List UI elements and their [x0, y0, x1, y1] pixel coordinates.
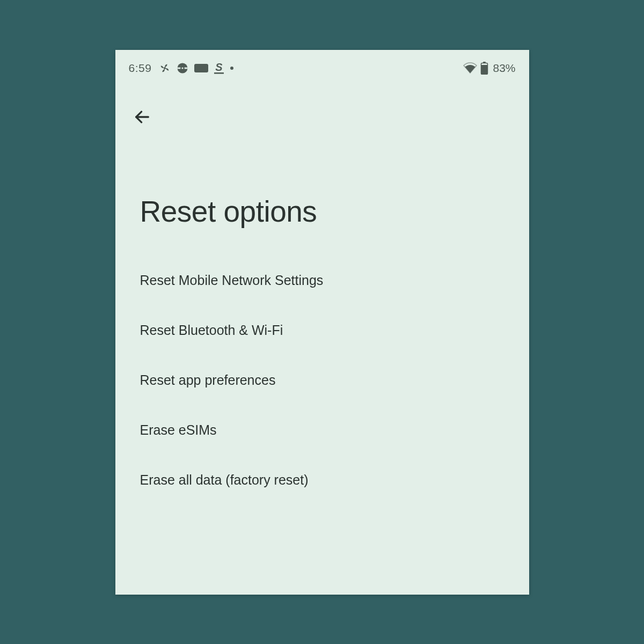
fan-icon: [159, 62, 171, 74]
option-reset-mobile-network[interactable]: Reset Mobile Network Settings: [115, 255, 529, 305]
device-screen: 6:59: [115, 50, 529, 595]
status-bar-left: 6:59: [129, 62, 235, 75]
svg-point-4: [182, 67, 184, 69]
svg-rect-7: [214, 72, 224, 74]
toolbar: [115, 79, 529, 130]
wifi-icon: [463, 62, 477, 74]
page-title: Reset options: [115, 130, 529, 255]
status-clock: 6:59: [129, 62, 152, 75]
svg-rect-5: [194, 64, 208, 72]
option-erase-all-data[interactable]: Erase all data (factory reset): [115, 455, 529, 505]
option-reset-app-preferences[interactable]: Reset app preferences: [115, 355, 529, 405]
option-reset-bluetooth-wifi[interactable]: Reset Bluetooth & Wi-Fi: [115, 305, 529, 355]
battery-icon: [480, 62, 488, 75]
status-bar: 6:59: [115, 50, 529, 79]
battery-percent: 83%: [493, 62, 515, 75]
option-label: Reset Mobile Network Settings: [140, 273, 324, 288]
option-label: Erase all data (factory reset): [140, 472, 309, 487]
status-bar-right: 83%: [463, 62, 515, 75]
svg-text:S: S: [216, 62, 223, 73]
option-label: Reset Bluetooth & Wi-Fi: [140, 323, 283, 338]
svg-point-8: [230, 67, 233, 70]
rectangle-icon: [194, 63, 208, 73]
pokeball-icon: [176, 62, 189, 75]
option-erase-esims[interactable]: Erase eSIMs: [115, 405, 529, 455]
s-icon: S: [214, 62, 224, 75]
option-label: Erase eSIMs: [140, 422, 217, 437]
arrow-left-icon: [133, 108, 151, 128]
back-button[interactable]: [130, 106, 154, 130]
dot-icon: [230, 66, 234, 70]
option-label: Reset app preferences: [140, 372, 276, 387]
svg-point-0: [164, 67, 166, 69]
options-list: Reset Mobile Network Settings Reset Blue…: [115, 255, 529, 505]
